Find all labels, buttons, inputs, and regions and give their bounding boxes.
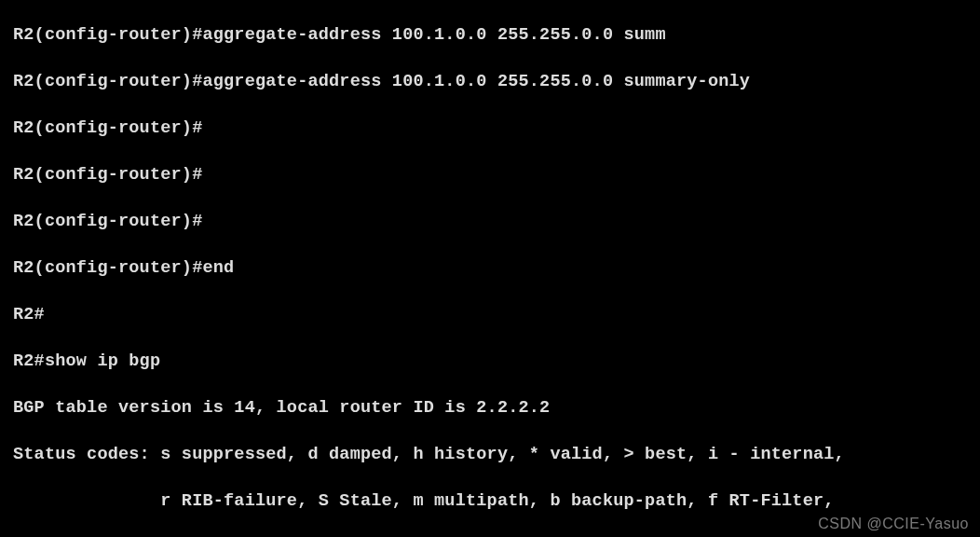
terminal-line: R2(config-router)# <box>13 117 967 140</box>
terminal-line: R2# <box>13 303 967 326</box>
terminal-line: R2#show ip bgp <box>13 350 967 373</box>
watermark-text: CSDN @CCIE-Yasuo <box>818 512 969 535</box>
terminal-line: R2(config-router)#aggregate-address 100.… <box>13 23 967 47</box>
terminal-line: r RIB-failure, S Stale, m multipath, b b… <box>13 489 967 513</box>
terminal-line: Status codes: s suppressed, d damped, h … <box>13 443 967 466</box>
terminal-line: BGP table version is 14, local router ID… <box>13 396 967 420</box>
terminal-line: R2(config-router)#aggregate-address 100.… <box>13 70 967 93</box>
terminal-line: R2(config-router)# <box>13 210 967 233</box>
terminal-screen[interactable]: R2(config-router)#aggregate-address 100.… <box>0 0 980 537</box>
terminal-line: R2(config-router)#end <box>13 256 967 280</box>
terminal-line: R2(config-router)# <box>13 163 967 186</box>
